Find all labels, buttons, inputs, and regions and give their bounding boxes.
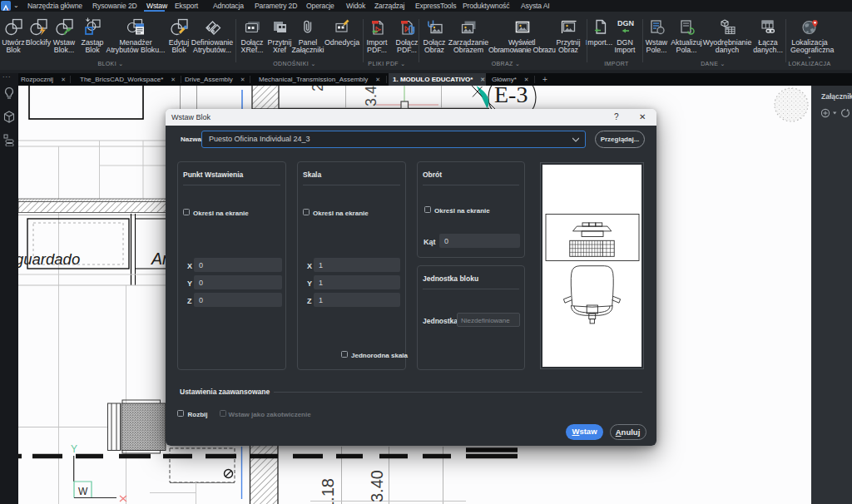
svg-text:Y: Y (71, 443, 77, 455)
svg-text:W: W (78, 486, 88, 497)
svg-text:3.40: 3.40 (368, 470, 386, 502)
svg-text:3.4: 3.4 (363, 86, 379, 106)
svg-text:1.18: 1.18 (319, 478, 337, 504)
svg-text:DGN: DGN (617, 19, 634, 27)
svg-text:guardado: guardado (15, 250, 80, 268)
